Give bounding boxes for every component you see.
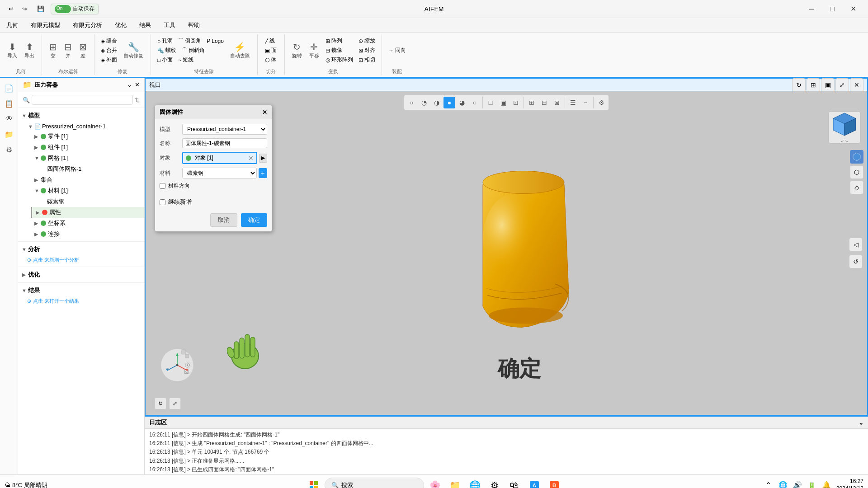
tray-network[interactable]: 🌐: [777, 479, 789, 488]
body-cut-tool[interactable]: ⬡体: [263, 56, 278, 64]
autorepair-tool[interactable]: 🔧 自动修复: [121, 41, 146, 60]
vp-tool-delete[interactable]: ⊠: [551, 97, 563, 108]
confirm-button[interactable]: 确定: [241, 213, 267, 227]
object-arrow-btn[interactable]: ▶: [259, 154, 267, 163]
vp-tool-square2[interactable]: ▣: [497, 97, 509, 108]
add-analysis-btn[interactable]: ⊕ 点击 来新增一个分析: [18, 255, 144, 265]
taskbar-aifem-btn[interactable]: A: [525, 476, 543, 488]
vp-tool-circle5[interactable]: ◕: [456, 97, 468, 108]
tree-item-connections[interactable]: ▶ 连接: [31, 229, 144, 239]
taskbar-flower-btn[interactable]: 🌸: [426, 476, 444, 488]
weather-info[interactable]: 🌤 8°C 局部晴朗: [5, 481, 47, 488]
sidebar-close-icon[interactable]: ✕: [135, 81, 140, 88]
viewport-grid-btn[interactable]: ▣: [821, 78, 835, 92]
tree-item-steel[interactable]: 碳素钢: [37, 196, 144, 207]
menu-results[interactable]: 结果: [133, 18, 157, 32]
smallface-tool[interactable]: □小面: [156, 56, 175, 64]
vp-tool-label[interactable]: ☰: [567, 97, 579, 108]
redo-button[interactable]: ↪: [18, 3, 31, 15]
patch-tool[interactable]: ◈补面: [99, 56, 119, 64]
view-right-btn2[interactable]: ↺: [849, 255, 863, 268]
tree-item-components[interactable]: ▶ 组件 [1]: [31, 142, 144, 153]
tree-item-container[interactable]: ▼ 📄 Pressurized_container-1: [24, 122, 144, 131]
intersect-tool[interactable]: ⊞ 交: [47, 41, 60, 60]
gizmo-expand-btn[interactable]: ⤢: [169, 398, 181, 409]
viewport-3d-area[interactable]: ○ ◔ ◑ ● ◕ ○ □ ▣ ⊡ ⊞ ⊟ ⊠ ☰ −: [146, 91, 867, 415]
menu-help[interactable]: 帮助: [182, 18, 206, 32]
subtract-tool[interactable]: ⊠ 差: [76, 41, 90, 60]
vp-tool-grid1[interactable]: ⊞: [526, 97, 538, 108]
tray-volume[interactable]: 🔊: [791, 479, 804, 488]
rotate-tool[interactable]: ↻ 旋转: [289, 41, 305, 60]
translate-tool[interactable]: ✛ 平移: [307, 41, 322, 60]
open-results-btn[interactable]: ⊕ 点击 来打开一个结果: [18, 296, 144, 306]
vp-tool-grid2[interactable]: ⊟: [538, 97, 550, 108]
tray-chevron[interactable]: ⌃: [762, 479, 775, 488]
mirror-tool[interactable]: ⊟镜像: [324, 46, 355, 55]
maximize-button[interactable]: □: [822, 0, 843, 18]
codir-tool[interactable]: →同向: [387, 46, 408, 55]
vp-tool-circle3[interactable]: ◑: [431, 97, 443, 108]
view-cube-side[interactable]: ◇: [850, 181, 863, 194]
menu-tools[interactable]: 工具: [157, 18, 182, 32]
sidebar-collapse-icon[interactable]: ⌄: [127, 81, 132, 88]
section-analysis[interactable]: ▼ 分析: [18, 244, 144, 255]
sidebar-icon-settings[interactable]: ⚙: [2, 143, 16, 156]
thread-tool[interactable]: 🔩螺纹: [156, 46, 178, 55]
viewport-split-btn[interactable]: ⊞: [807, 78, 820, 92]
stitch-tool[interactable]: ◈缝合: [99, 37, 119, 45]
line-cut-tool[interactable]: ╱线: [263, 37, 278, 45]
circular-array-tool[interactable]: ◎环形阵列: [324, 56, 355, 64]
gizmo[interactable]: [159, 347, 200, 388]
menu-geometry[interactable]: 几何: [0, 18, 24, 32]
taskbar-app2-btn[interactable]: B: [545, 476, 563, 488]
tray-battery[interactable]: 🔋: [806, 479, 818, 488]
viewport-refresh-btn[interactable]: ↻: [792, 78, 806, 92]
union-tool[interactable]: ⊟ 并: [61, 41, 75, 60]
section-model[interactable]: ▼ 模型: [18, 110, 144, 122]
view-right-btn1[interactable]: ◁: [849, 238, 863, 251]
tree-item-tet-mesh[interactable]: 四面体网格-1: [37, 164, 144, 174]
material-select[interactable]: 碳素钢: [182, 168, 257, 178]
taskbar-folder-btn[interactable]: 📁: [446, 476, 464, 488]
tree-item-parts[interactable]: ▶ 零件 [1]: [31, 131, 144, 142]
scale-tool[interactable]: ⊙缩放: [357, 37, 377, 45]
import-tool[interactable]: ⬇ 导入: [5, 41, 20, 60]
view-cube-top[interactable]: [850, 150, 863, 164]
export-tool[interactable]: ⬆ 导出: [22, 41, 37, 60]
autoremove-tool[interactable]: ⚡ 自动去除: [227, 41, 253, 60]
hole-tool[interactable]: ○孔洞: [156, 37, 175, 45]
section-results[interactable]: ▼ 结果: [18, 285, 144, 296]
menu-optimize[interactable]: 优化: [108, 18, 133, 32]
vp-tool-circle4[interactable]: ●: [443, 97, 455, 108]
menu-fem-model[interactable]: 有限元模型: [24, 18, 66, 32]
vp-tool-circle2[interactable]: ◔: [418, 97, 430, 108]
vp-tool-settings[interactable]: ⚙: [595, 97, 607, 108]
taskbar-settings-btn[interactable]: ⚙: [486, 476, 504, 488]
add-material-btn[interactable]: +: [259, 168, 267, 178]
tangent-tool[interactable]: ⊡相切: [357, 56, 377, 64]
taskbar-edge-btn[interactable]: 🌐: [466, 476, 484, 488]
tree-item-materials[interactable]: ▼ 材料 [1]: [31, 185, 144, 196]
object-clear-icon[interactable]: ✕: [248, 155, 254, 162]
viewport-close-btn[interactable]: ✕: [850, 78, 863, 92]
face-cut-tool[interactable]: ▣面: [263, 46, 278, 55]
undo-button[interactable]: ↩: [5, 3, 17, 15]
start-button[interactable]: [305, 476, 323, 488]
vp-tool-circle1[interactable]: ○: [406, 97, 417, 108]
gizmo-rotate-btn[interactable]: ↻: [155, 398, 166, 409]
tree-item-coords[interactable]: ▶ 坐标系: [31, 218, 144, 229]
tree-item-collections[interactable]: ▶ 集合: [31, 174, 144, 185]
sidebar-icon-layers[interactable]: 📋: [2, 97, 16, 110]
dialog-header[interactable]: 固体属性 ✕: [155, 105, 272, 119]
object-selector[interactable]: 对象 [1] ✕: [182, 152, 257, 164]
vp-tool-square1[interactable]: □: [485, 97, 496, 108]
menu-fem-analysis[interactable]: 有限元分析: [66, 18, 108, 32]
autosave-toggle[interactable]: 自动保存: [51, 4, 99, 14]
view-cube-front[interactable]: ⬡: [850, 165, 863, 179]
vp-tool-square3[interactable]: ⊡: [510, 97, 522, 108]
save-button[interactable]: 💾: [34, 3, 47, 15]
tray-notif[interactable]: 🔔: [820, 479, 833, 488]
minimize-button[interactable]: ─: [801, 0, 822, 18]
cube-nav[interactable]: ↙ ↘: [826, 109, 863, 145]
